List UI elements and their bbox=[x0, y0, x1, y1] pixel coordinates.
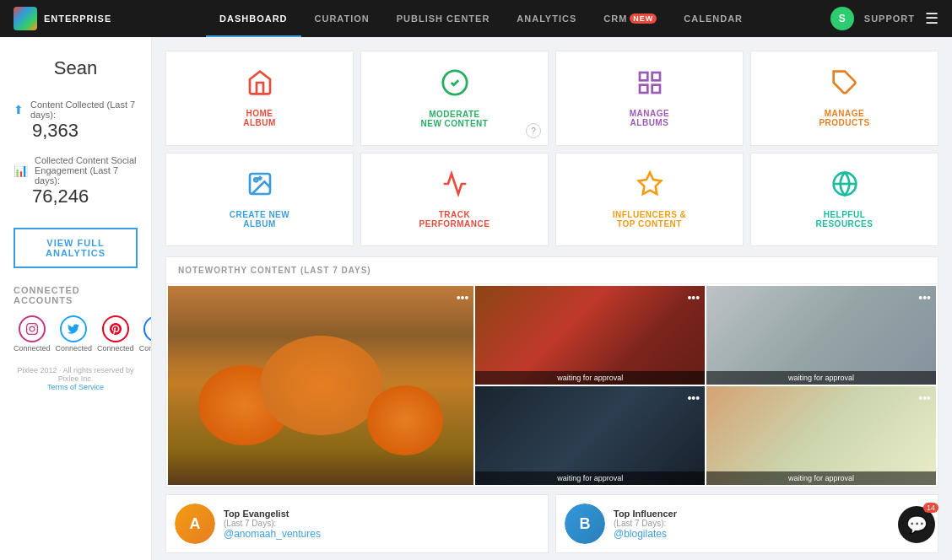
tile-moderate[interactable]: MODERATENEW CONTENT ? bbox=[360, 51, 549, 146]
evangelist-type: Top Evangelist bbox=[224, 509, 321, 519]
facebook-status: Connected bbox=[139, 344, 152, 353]
upload-icon: ⬆ bbox=[14, 103, 24, 116]
menu-icon[interactable]: ☰ bbox=[925, 9, 938, 28]
social-facebook: Connected bbox=[139, 315, 152, 353]
facebook-icon[interactable] bbox=[143, 315, 152, 342]
noteworthy-col-middle: ••• waiting for approval ••• waiting for… bbox=[475, 286, 705, 485]
track-icon bbox=[441, 170, 468, 203]
bottom-cards: A Top Evangelist (Last 7 Days): @anomaah… bbox=[165, 494, 938, 553]
page-layout: Sean ⬆ Content Collected (Last 7 days): … bbox=[0, 37, 952, 560]
influencer-period: (Last 7 Days): bbox=[614, 519, 677, 528]
stat-content: ⬆ Content Collected (Last 7 days): 9,363 bbox=[14, 100, 138, 142]
image-options-4-icon[interactable]: ••• bbox=[687, 391, 700, 405]
noteworthy-col-right: ••• waiting for approval ••• waiting for… bbox=[706, 286, 936, 485]
image-options-2-icon[interactable]: ••• bbox=[687, 291, 700, 304]
twitter-icon[interactable] bbox=[60, 315, 87, 342]
image-options-3-icon[interactable]: ••• bbox=[918, 291, 931, 304]
influencer-avatar: B bbox=[565, 503, 605, 544]
tiles-grid: HOMEALBUM MODERATENEW CONTENT ? bbox=[165, 51, 938, 246]
tos-link[interactable]: Terms of Service bbox=[47, 383, 104, 391]
manage-albums-icon bbox=[636, 69, 663, 102]
nav-dashboard[interactable]: DASHBOARD bbox=[206, 0, 301, 37]
twitter-status: Connected bbox=[56, 344, 93, 353]
manage-products-icon bbox=[831, 69, 858, 102]
pinterest-icon[interactable] bbox=[102, 315, 129, 342]
chat-bubble[interactable]: 💬 14 bbox=[898, 506, 935, 543]
influencer-handle[interactable]: @blogilates bbox=[614, 528, 677, 540]
instagram-icon[interactable] bbox=[19, 315, 46, 342]
evangelist-handle[interactable]: @anomaah_ventures bbox=[224, 528, 321, 540]
social-pinterest: Connected bbox=[97, 315, 134, 353]
help-icon[interactable]: ? bbox=[526, 123, 541, 138]
connected-accounts-header: CONNECTED ACCOUNTS bbox=[14, 285, 138, 305]
svg-rect-1 bbox=[640, 73, 647, 80]
nav-crm[interactable]: CRM NEW bbox=[590, 0, 670, 37]
svg-rect-2 bbox=[652, 73, 659, 80]
sidebar: Sean ⬆ Content Collected (Last 7 days): … bbox=[0, 37, 152, 560]
create-album-icon bbox=[246, 170, 273, 203]
nav-analytics[interactable]: ANALYTICS bbox=[503, 0, 590, 37]
tile-manage-albums[interactable]: MANAGEALBUMS bbox=[555, 51, 744, 146]
tile-create-album-label: CREATE NEWALBUM bbox=[230, 210, 289, 229]
stat-content-label: Content Collected (Last 7 days): bbox=[30, 100, 138, 120]
image-options-5-icon[interactable]: ••• bbox=[918, 391, 931, 405]
tile-home-label: HOMEALBUM bbox=[243, 109, 276, 127]
tile-create-album[interactable]: CREATE NEWALBUM bbox=[165, 153, 354, 246]
tile-manage-products[interactable]: MANAGEPRODUCTS bbox=[750, 51, 938, 146]
image-status-5: waiting for approval bbox=[706, 471, 936, 485]
image-options-icon[interactable]: ••• bbox=[457, 291, 469, 304]
influencers-icon bbox=[636, 170, 663, 203]
tile-influencers[interactable]: INFLUENCERS &TOP CONTENT bbox=[555, 153, 744, 246]
influencer-type: Top Influencer bbox=[614, 509, 677, 519]
tile-home-album[interactable]: HOMEALBUM bbox=[165, 51, 354, 146]
tile-moderate-label: MODERATENEW CONTENT bbox=[421, 110, 489, 128]
social-twitter: Connected bbox=[56, 315, 93, 353]
crm-badge: NEW bbox=[630, 13, 657, 24]
noteworthy-image-room[interactable]: ••• waiting for approval bbox=[706, 286, 936, 385]
helpful-icon bbox=[831, 170, 858, 203]
tile-helpful[interactable]: HELPFULRESOURCES bbox=[750, 153, 938, 246]
home-icon bbox=[246, 69, 273, 102]
image-status-2: waiting for approval bbox=[475, 371, 705, 385]
top-navigation: ENTERPRISE DASHBOARD CURATION PUBLISH CE… bbox=[0, 0, 952, 37]
noteworthy-image-fashion[interactable]: ••• waiting for approval bbox=[475, 286, 705, 385]
view-full-analytics-button[interactable]: VIEW FULL ANALYTICS bbox=[14, 228, 138, 268]
image-status-3: waiting for approval bbox=[706, 371, 936, 385]
influencer-info: Top Influencer (Last 7 Days): @blogilate… bbox=[614, 509, 677, 540]
stat-engagement-value: 76,246 bbox=[14, 186, 138, 207]
nav-right: S SUPPORT ☰ bbox=[830, 7, 938, 30]
noteworthy-image-large[interactable]: ••• bbox=[168, 286, 473, 485]
tile-helpful-label: HELPFULRESOURCES bbox=[816, 210, 874, 229]
svg-rect-3 bbox=[652, 85, 659, 93]
evangelist-info: Top Evangelist (Last 7 Days): @anomaah_v… bbox=[224, 509, 321, 540]
user-avatar[interactable]: S bbox=[830, 7, 854, 30]
image-status-4: waiting for approval bbox=[475, 471, 705, 485]
evangelist-period: (Last 7 Days): bbox=[224, 519, 321, 528]
pinterest-status: Connected bbox=[97, 344, 134, 353]
noteworthy-image-spa[interactable]: ••• waiting for approval bbox=[706, 386, 936, 485]
tile-manage-albums-label: MANAGEALBUMS bbox=[630, 109, 669, 127]
app-logo[interactable]: ENTERPRISE bbox=[14, 7, 111, 30]
chart-icon: 📊 bbox=[14, 164, 28, 177]
stat-engagement-label: Collected Content Social Engagement (Las… bbox=[35, 155, 138, 186]
stat-content-value: 9,363 bbox=[14, 120, 138, 142]
stat-engagement: 📊 Collected Content Social Engagement (L… bbox=[14, 155, 138, 207]
support-link[interactable]: SUPPORT bbox=[864, 13, 915, 24]
app-name: ENTERPRISE bbox=[44, 13, 111, 24]
top-evangelist-card: A Top Evangelist (Last 7 Days): @anomaah… bbox=[165, 494, 549, 553]
noteworthy-image-tech[interactable]: ••• waiting for approval bbox=[475, 386, 705, 485]
tile-track[interactable]: TRACKPERFORMANCE bbox=[360, 153, 549, 246]
evangelist-avatar: A bbox=[175, 503, 215, 544]
tile-manage-products-label: MANAGEPRODUCTS bbox=[819, 109, 869, 127]
svg-point-7 bbox=[254, 178, 257, 181]
nav-publish[interactable]: PUBLISH CENTER bbox=[383, 0, 504, 37]
nav-links: DASHBOARD CURATION PUBLISH CENTER ANALYT… bbox=[132, 0, 830, 37]
instagram-status: Connected bbox=[14, 344, 51, 353]
chat-badge: 14 bbox=[923, 503, 938, 513]
stat-engagement-header: 📊 Collected Content Social Engagement (L… bbox=[14, 155, 138, 186]
nav-calendar[interactable]: CALENDAR bbox=[670, 0, 756, 37]
nav-curation[interactable]: CURATION bbox=[301, 0, 383, 37]
logo-icon bbox=[14, 7, 37, 30]
social-instagram: Connected bbox=[14, 315, 51, 353]
tile-track-label: TRACKPERFORMANCE bbox=[419, 210, 490, 229]
